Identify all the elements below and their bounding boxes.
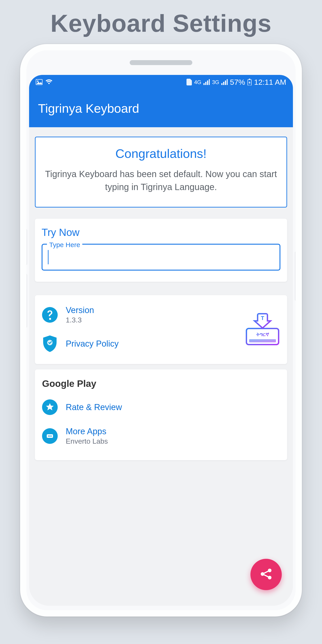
app-title: Tigrinya Keyboard	[38, 101, 139, 116]
rate-review-row[interactable]: Rate & Review	[41, 394, 281, 421]
shield-icon	[42, 336, 58, 352]
version-value: 1.3.3	[66, 316, 94, 324]
phone-frame: 4G 3G 57% 12:11 AM Tigrinya Keyboard	[20, 44, 302, 616]
svg-point-10	[48, 436, 49, 437]
try-input-wrapper[interactable]: Type Here	[42, 244, 280, 270]
wifi-icon	[46, 79, 52, 85]
congrats-title: Congratulations!	[42, 146, 280, 161]
network-3g-label: 3G	[212, 78, 219, 86]
svg-point-12	[51, 436, 52, 437]
battery-percent: 57%	[230, 78, 245, 86]
power-button	[295, 252, 298, 301]
svg-point-11	[50, 436, 50, 437]
clock-time: 12:11 AM	[254, 78, 286, 86]
svg-point-1	[37, 80, 38, 82]
svg-rect-6	[249, 339, 276, 342]
svg-text:ትግርኛ: ትግርኛ	[256, 332, 269, 337]
sim-icon	[186, 79, 192, 86]
gallery-icon	[36, 79, 42, 85]
phone-screen: 4G 3G 57% 12:11 AM Tigrinya Keyboard	[29, 75, 293, 606]
more-apps-row[interactable]: More Apps Enverto Labs	[41, 421, 281, 451]
question-icon	[42, 307, 58, 323]
google-play-card: Google Play Rate & Review More Apps	[35, 370, 287, 460]
status-bar: 4G 3G 57% 12:11 AM	[29, 75, 293, 89]
share-fab[interactable]	[250, 559, 282, 590]
congrats-message: Tigrinya Keyboard has been set default. …	[42, 168, 280, 194]
svg-point-13	[268, 569, 272, 572]
volume-up-button	[24, 229, 27, 265]
svg-point-14	[261, 572, 264, 576]
battery-charging-icon	[247, 79, 252, 86]
phone-speaker	[130, 60, 192, 65]
share-icon	[260, 567, 273, 582]
app-bar: Tigrinya Keyboard	[29, 89, 293, 127]
more-apps-subtitle: Enverto Labs	[66, 437, 108, 446]
try-input-floating-label: Type Here	[47, 241, 82, 249]
congrats-card: Congratulations! Tigrinya Keyboard has b…	[35, 137, 287, 208]
version-label: Version	[66, 306, 94, 315]
more-apps-label: More Apps	[66, 427, 108, 436]
svg-rect-3	[249, 79, 250, 80]
privacy-label: Privacy Policy	[66, 339, 119, 348]
more-icon	[42, 428, 58, 444]
network-4g-label: 4G	[194, 78, 201, 86]
try-now-card: Try Now Type Here	[35, 219, 287, 282]
rate-review-label: Rate & Review	[66, 402, 122, 412]
page-heading: Keyboard Settings	[0, 0, 322, 44]
signal-icon-1	[204, 79, 210, 85]
svg-point-4	[47, 340, 52, 345]
try-now-label: Try Now	[42, 226, 280, 238]
app-keyboard-icon: T ትግርኛ	[245, 313, 280, 346]
signal-icon-2	[222, 79, 228, 85]
google-play-title: Google Play	[41, 376, 281, 394]
content-area: Congratulations! Tigrinya Keyboard has b…	[29, 127, 293, 606]
star-icon	[42, 399, 58, 415]
svg-point-15	[268, 576, 272, 580]
info-card: Version 1.3.3 Privacy Policy	[35, 295, 287, 364]
svg-text:T: T	[261, 315, 264, 321]
try-input[interactable]	[48, 252, 274, 262]
volume-down-button	[24, 274, 27, 328]
